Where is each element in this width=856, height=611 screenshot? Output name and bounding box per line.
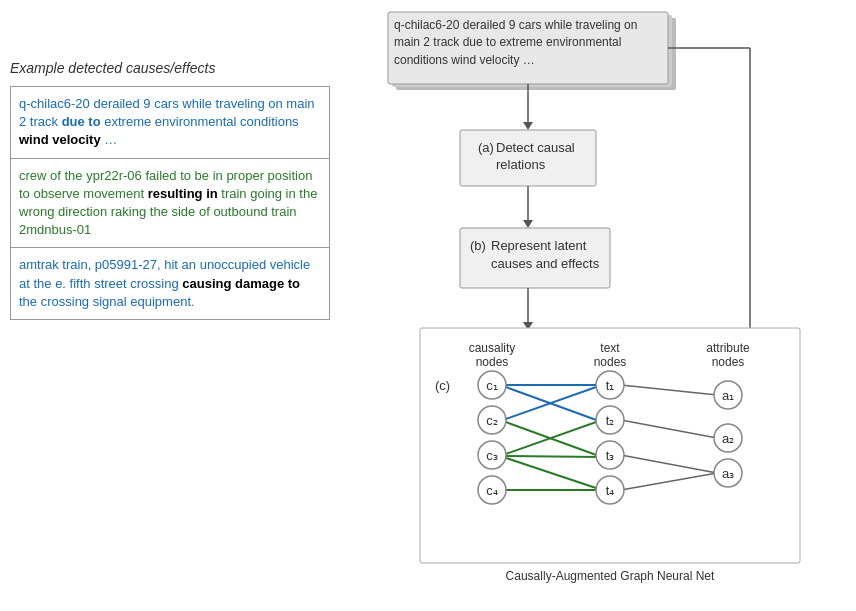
ex1-cause: due to [62,114,101,129]
col-causality: causality [469,341,516,355]
node-t1-label: t₁ [606,378,615,393]
node-a3-label: a₃ [722,466,734,481]
example-item-1: q-chilac6-20 derailed 9 cars while trave… [11,87,329,159]
node-t2-label: t₂ [606,413,615,428]
step-c-label: (c) [435,378,450,393]
node-t4-label: t₄ [606,483,615,498]
input-text: q-chilac6-20 derailed 9 cars while trave… [394,17,662,69]
example-item-3: amtrak train, p05991-27, hit an unoccupi… [11,248,329,319]
node-c3-label: c₃ [486,448,498,463]
step-b-label: (b) [470,238,486,253]
svg-line-17 [503,456,599,457]
node-c2-label: c₂ [486,413,498,428]
diagram-svg: q-chilac6-20 derailed 9 cars while trave… [340,10,830,600]
node-c4-label: c₄ [486,483,498,498]
step-a-text1: Detect causal [496,140,575,155]
ex1-part3: … [101,132,118,147]
col-text: text [600,341,620,355]
example-item-2: crew of the ypr22r-06 failed to be in pr… [11,159,329,249]
right-panel: q-chilac6-20 derailed 9 cars while trave… [340,10,846,601]
ex2-cause: resulting in [148,186,218,201]
left-panel: Example detected causes/effects q-chilac… [10,10,330,601]
col-text2: nodes [594,355,627,369]
arrow2 [523,220,533,228]
main-container: Example detected causes/effects q-chilac… [0,0,856,611]
section-title: Example detected causes/effects [10,60,330,76]
step-a-text2: relations [496,157,546,172]
col-attribute2: nodes [712,355,745,369]
ex1-wind: wind velocity [19,132,101,147]
ex1-part2: extreme environmental conditions [101,114,299,129]
arrow1 [523,122,533,130]
ex3-cause: causing damage to [182,276,300,291]
node-c1-label: c₁ [486,378,498,393]
step-b-text1: Represent latent [491,238,587,253]
graph-caption: Causally-Augmented Graph Neural Net [506,569,715,583]
col-causality2: nodes [476,355,509,369]
step-b-text2: causes and effects [491,256,600,271]
examples-box: q-chilac6-20 derailed 9 cars while trave… [10,86,330,320]
node-a1-label: a₁ [722,388,734,403]
col-attribute: attribute [706,341,750,355]
node-a2-label: a₂ [722,431,734,446]
ex3-part2: the crossing signal equipment. [19,294,195,309]
node-t3-label: t₃ [606,448,615,463]
step-a-label: (a) [478,140,494,155]
